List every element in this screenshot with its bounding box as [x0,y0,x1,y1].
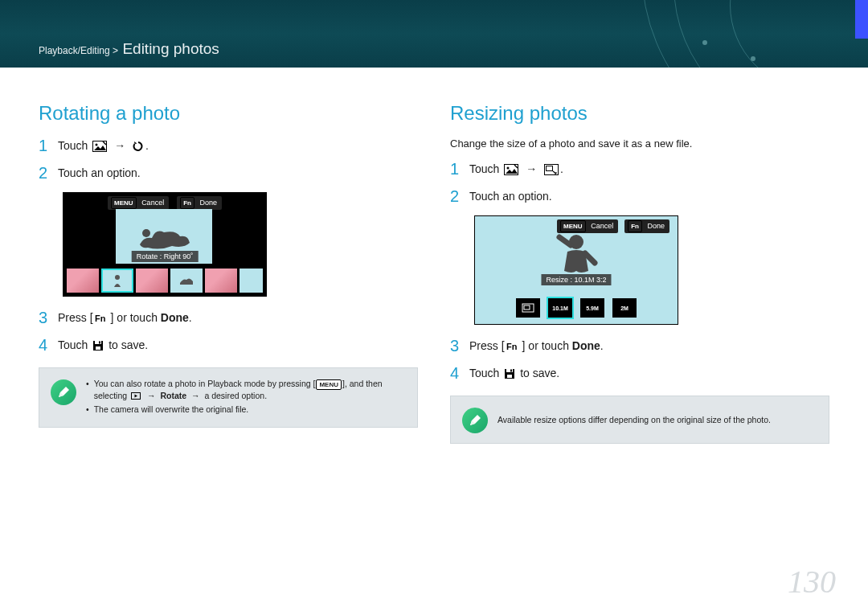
step-2: 2 Touch an option. [39,165,418,181]
step-2: 2 Touch an option. [450,188,829,204]
save-disk-icon [92,340,104,351]
step-3: 3 Press [Fn] or touch Done. [39,310,418,326]
arrow-icon: → [526,162,537,175]
play-icon [131,392,141,400]
svg-point-11 [507,167,510,170]
note-resize: Available resize options differ dependin… [450,396,829,444]
fn-icon: Fn [95,314,109,323]
page-header: Playback/Editing > Editing photos [0,0,868,68]
svg-point-3 [115,275,120,280]
breadcrumb-section: Playback/Editing [39,45,110,56]
svg-rect-8 [99,342,100,344]
edit-image-icon [504,164,518,175]
svg-text:Fn: Fn [506,342,518,351]
save-disk-icon [504,368,515,379]
svg-point-1 [96,144,98,146]
section-title-resizing: Resizing photos [450,102,829,125]
section-title-rotating: Rotating a photo [39,102,418,125]
rotate-screenshot: MENU Cancel Fn Done Rotate : Right 90˚ [63,192,267,297]
svg-rect-21 [510,370,512,372]
resize-screenshot: MENU Cancel Fn Done Resize : 10.1M 3:2 1… [474,215,678,325]
breadcrumb-separator: > [113,45,121,56]
svg-rect-20 [507,375,512,378]
column-resizing: Resizing photos Change the size of a pho… [450,92,829,591]
pen-note-icon [51,379,76,405]
svg-rect-13 [547,166,553,171]
svg-rect-7 [96,346,100,350]
fn-icon: Fn [506,342,521,351]
breadcrumb: Playback/Editing > Editing photos [39,40,219,58]
column-rotating: Rotating a photo 1 Touch → . 2 Touch an … [39,92,418,591]
rotate-icon [133,141,144,152]
breadcrumb-title: Editing photos [122,40,219,57]
note-rotate: You can also rotate a photo in Playback … [39,367,418,428]
svg-point-2 [142,229,150,237]
step-1: 1 Touch → . [39,137,418,154]
page-number: 130 [788,563,836,601]
svg-text:Fn: Fn [95,314,106,323]
edit-image-icon [92,141,107,152]
corner-tab [855,0,868,39]
step-4: 4 Touch to save. [39,337,418,353]
svg-rect-16 [524,305,530,310]
pen-note-icon [462,408,488,433]
arrow-icon: → [114,139,125,152]
step-3: 3 Press [Fn] or touch Done. [450,338,829,354]
resize-icon [544,164,559,175]
step-4: 4 Touch to save. [450,365,829,381]
step-1: 1 Touch → . [450,161,829,177]
